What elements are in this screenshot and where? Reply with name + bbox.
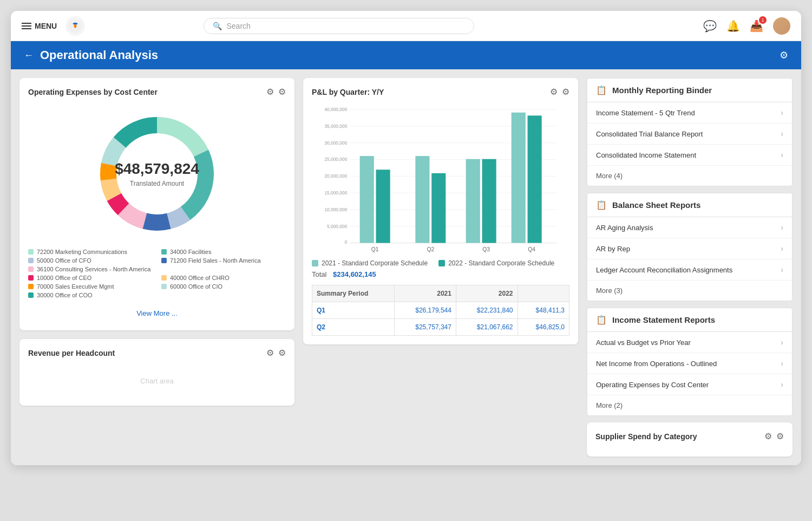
report-item-more-monthly[interactable]: More (4) (587, 166, 792, 186)
operating-expenses-card: Operating Expenses by Cost Center ⚙ ⚙ (19, 78, 294, 330)
legend-color (28, 292, 34, 298)
report-item-label: Actual vs Budget vs Prior Year (596, 338, 691, 347)
chevron-right-icon: › (781, 359, 783, 368)
report-item-label: Operating Expenses by Cost Center (596, 381, 709, 389)
pl-chart-card: P&L by Quarter: Y/Y ⚙ ⚙ 40,000,000 35,00… (303, 78, 578, 344)
chat-icon[interactable]: 💬 (703, 19, 717, 32)
search-bar[interactable]: 🔍 Search (204, 18, 474, 34)
card-title-row: Supplier Spend by Category ⚙ ⚙ (595, 431, 784, 441)
card-controls[interactable]: ⚙ ⚙ (764, 431, 784, 441)
svg-text:Q3: Q3 (482, 246, 490, 252)
config-icon[interactable]: ⚙ (776, 431, 784, 441)
q1-total-value: $48,411,3 (518, 302, 569, 319)
report-item-label: AR Aging Analysis (596, 224, 653, 232)
legend-label: 70000 Sales Executive Mgmt (37, 283, 114, 290)
revenue-chart-placeholder: Chart area (28, 364, 286, 397)
report-item-label: AR by Rep (596, 245, 630, 253)
pl-chart-title: P&L by Quarter: Y/Y (312, 88, 384, 96)
right-panel: 📋 Monthly Reporting Binder Income Statem… (587, 78, 793, 457)
middle-column: P&L by Quarter: Y/Y ⚙ ⚙ 40,000,000 35,00… (303, 78, 578, 457)
legend-label-2022: 2022 - Standard Corporate Schedule (448, 259, 554, 267)
legend-item (161, 266, 286, 272)
legend-label: 40000 Office of CHRO (170, 275, 230, 281)
monthly-reporting-title: Monthly Reporting Binder (612, 86, 712, 95)
card-controls[interactable]: ⚙ ⚙ (550, 87, 569, 97)
hamburger-icon (22, 23, 31, 29)
report-item-net-income[interactable]: Net Income from Operations - Outlined › (587, 353, 792, 374)
period-q2[interactable]: Q2 (312, 319, 395, 336)
legend-color (161, 284, 167, 289)
legend-label-2021: 2021 - Standard Corporate Schedule (322, 259, 428, 267)
legend-color (28, 258, 34, 263)
inbox-icon[interactable]: 📥 1 (750, 19, 763, 32)
legend-item: 30000 Office of COO (28, 292, 153, 298)
main-content: Operating Expenses by Cost Center ⚙ ⚙ (11, 69, 801, 465)
report-item-more-balance[interactable]: More (3) (587, 281, 792, 301)
filter-icon[interactable]: ⚙ (266, 87, 274, 97)
chart-legend: 72200 Marketing Communications 34000 Fac… (28, 249, 286, 298)
chevron-right-icon: › (781, 223, 783, 232)
total-label: Total (312, 270, 326, 278)
config-icon[interactable]: ⚙ (562, 87, 569, 97)
revenue-headcount-card: Revenue per Headcount ⚙ ⚙ Chart area (19, 339, 294, 406)
bar-q4-2022 (528, 115, 542, 243)
legend-color (28, 249, 34, 255)
page-title: Operational Analysis (40, 48, 158, 62)
col-period: Summary Period (312, 285, 395, 302)
report-item-ledger-reconciliation[interactable]: Ledger Account Reconciliation Assignment… (587, 259, 792, 281)
monthly-reporting-header: 📋 Monthly Reporting Binder (587, 79, 792, 102)
bell-icon[interactable]: 🔔 (726, 19, 740, 32)
bar-q1-2021 (360, 156, 374, 243)
user-avatar[interactable] (773, 17, 790, 35)
legend-item: 50000 Office of CFO (28, 257, 153, 264)
legend-label: 30000 Office of COO (37, 292, 93, 298)
config-icon[interactable]: ⚙ (278, 348, 286, 358)
income-statement-title: Income Statement Reports (612, 315, 715, 324)
legend-color (161, 258, 167, 263)
bar-chart-container: 40,000,000 35,000,000 30,000,000 25,000,… (312, 103, 569, 255)
card-title-row: Revenue per Headcount ⚙ ⚙ (28, 348, 286, 358)
filter-icon[interactable]: ⚙ (550, 87, 558, 97)
workday-logo[interactable] (66, 16, 85, 36)
card-title-row: Operating Expenses by Cost Center ⚙ ⚙ (28, 87, 286, 97)
chevron-right-icon: › (781, 108, 783, 117)
total-value: $234,602,145 (333, 270, 376, 278)
q1-2021-value: $26,179,544 (395, 302, 456, 319)
back-button[interactable]: ← (24, 50, 34, 61)
svg-text:Q4: Q4 (528, 246, 535, 252)
report-item-ar-rep[interactable]: AR by Rep › (587, 238, 792, 259)
binder-icon: 📋 (596, 85, 607, 95)
report-item-label: Consolidated Trial Balance Report (596, 130, 703, 138)
legend-item: 40000 Office of CHRO (161, 275, 286, 281)
period-q1[interactable]: Q1 (312, 302, 395, 319)
settings-icon[interactable]: ⚙ (780, 49, 788, 61)
bar-q4-2021 (512, 113, 526, 243)
report-item-income-statement[interactable]: Consolidated Income Statement › (587, 145, 792, 166)
filter-icon[interactable]: ⚙ (764, 431, 772, 441)
menu-button[interactable]: MENU (22, 22, 57, 30)
filter-icon[interactable]: ⚙ (266, 348, 274, 358)
report-item-more-income[interactable]: More (2) (587, 395, 792, 415)
supplier-spend-card: Supplier Spend by Category ⚙ ⚙ (587, 422, 793, 457)
card-controls[interactable]: ⚙ ⚙ (266, 348, 286, 358)
report-item-opex-cost-center[interactable]: Operating Expenses by Cost Center › (587, 374, 792, 395)
report-item-ar-aging[interactable]: AR Aging Analysis › (587, 217, 792, 238)
report-item-income-statement-trend[interactable]: Income Statement - 5 Qtr Trend › (587, 102, 792, 123)
legend-item: 34000 Facilities (161, 249, 286, 255)
report-item-trial-balance[interactable]: Consolidated Trial Balance Report › (587, 123, 792, 145)
svg-text:Q1: Q1 (371, 246, 379, 252)
svg-text:Q2: Q2 (427, 246, 434, 252)
legend-label: 10000 Office of CEO (37, 275, 91, 281)
config-icon[interactable]: ⚙ (278, 87, 286, 97)
svg-text:5,000,000: 5,000,000 (327, 224, 348, 229)
svg-text:15,000,000: 15,000,000 (324, 190, 347, 196)
q2-2022-value: $21,067,662 (456, 319, 518, 336)
income-statement-icon: 📋 (596, 315, 607, 325)
legend-item: 70000 Sales Executive Mgmt (28, 283, 153, 290)
view-more-button[interactable]: View More ... (28, 305, 286, 322)
legend-item-2022: 2022 - Standard Corporate Schedule (438, 259, 554, 267)
report-item-actual-budget[interactable]: Actual vs Budget vs Prior Year › (587, 332, 792, 353)
report-item-label: Net Income from Operations - Outlined (596, 360, 717, 368)
svg-text:20,000,000: 20,000,000 (324, 173, 347, 179)
card-controls[interactable]: ⚙ ⚙ (266, 87, 286, 97)
